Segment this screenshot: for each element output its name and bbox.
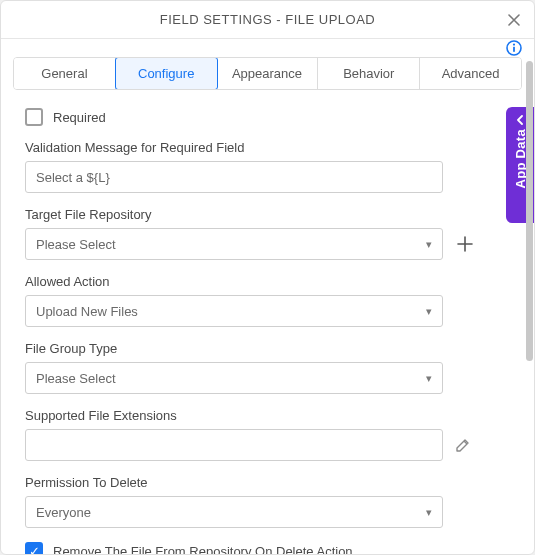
close-button[interactable] [504, 10, 524, 30]
svg-point-1 [513, 44, 515, 46]
tab-configure[interactable]: Configure [115, 57, 218, 90]
plus-icon [457, 236, 473, 252]
perm-delete-row: Permission To Delete Everyone ▾ [25, 475, 510, 528]
chevron-left-icon [515, 115, 525, 125]
allowed-action-row: Allowed Action Upload New Files ▾ [25, 274, 510, 327]
chevron-down-icon: ▾ [426, 238, 432, 251]
scrollbar-thumb[interactable] [526, 61, 533, 361]
perm-delete-value: Everyone [36, 505, 91, 520]
remove-on-delete-checkbox[interactable] [25, 542, 43, 554]
pencil-icon [455, 437, 471, 453]
field-settings-dialog: FIELD SETTINGS - FILE UPLOAD General Con… [0, 0, 535, 555]
close-icon [507, 13, 521, 27]
scrollbar-track[interactable] [526, 61, 533, 361]
remove-on-delete-row: Remove The File From Repository On Delet… [25, 542, 510, 554]
validation-msg-value: Select a ${L} [36, 170, 110, 185]
allowed-action-value: Upload New Files [36, 304, 138, 319]
add-repo-button[interactable] [455, 234, 475, 254]
target-repo-select[interactable]: Please Select ▾ [25, 228, 443, 260]
info-icon[interactable] [506, 40, 522, 56]
file-group-type-label: File Group Type [25, 341, 510, 356]
target-repo-value: Please Select [36, 237, 116, 252]
dialog-title: FIELD SETTINGS - FILE UPLOAD [160, 12, 376, 27]
allowed-action-select[interactable]: Upload New Files ▾ [25, 295, 443, 327]
required-row: Required [25, 108, 510, 126]
tab-bar: General Configure Appearance Behavior Ad… [13, 57, 522, 90]
chevron-down-icon: ▾ [426, 506, 432, 519]
info-row [1, 39, 534, 57]
tab-appearance[interactable]: Appearance [217, 58, 319, 89]
required-checkbox[interactable] [25, 108, 43, 126]
file-group-type-value: Please Select [36, 371, 116, 386]
target-repo-row: Target File Repository Please Select ▾ [25, 207, 510, 260]
chevron-down-icon: ▾ [426, 305, 432, 318]
perm-delete-label: Permission To Delete [25, 475, 510, 490]
supported-ext-row: Supported File Extensions [25, 408, 510, 461]
tab-behavior[interactable]: Behavior [318, 58, 420, 89]
chevron-down-icon: ▾ [426, 372, 432, 385]
validation-msg-row: Validation Message for Required Field Se… [25, 140, 510, 193]
validation-msg-input[interactable]: Select a ${L} [25, 161, 443, 193]
perm-delete-select[interactable]: Everyone ▾ [25, 496, 443, 528]
target-repo-label: Target File Repository [25, 207, 510, 222]
svg-rect-2 [513, 47, 515, 52]
supported-ext-input[interactable] [25, 429, 443, 461]
file-group-type-row: File Group Type Please Select ▾ [25, 341, 510, 394]
configure-panel: Required Validation Message for Required… [1, 90, 534, 554]
dialog-titlebar: FIELD SETTINGS - FILE UPLOAD [1, 1, 534, 39]
tab-general[interactable]: General [14, 58, 116, 89]
supported-ext-label: Supported File Extensions [25, 408, 510, 423]
validation-msg-label: Validation Message for Required Field [25, 140, 510, 155]
file-group-type-select[interactable]: Please Select ▾ [25, 362, 443, 394]
required-label: Required [53, 110, 106, 125]
edit-extensions-button[interactable] [455, 437, 471, 453]
tab-advanced[interactable]: Advanced [420, 58, 521, 89]
allowed-action-label: Allowed Action [25, 274, 510, 289]
remove-on-delete-label: Remove The File From Repository On Delet… [53, 544, 353, 555]
